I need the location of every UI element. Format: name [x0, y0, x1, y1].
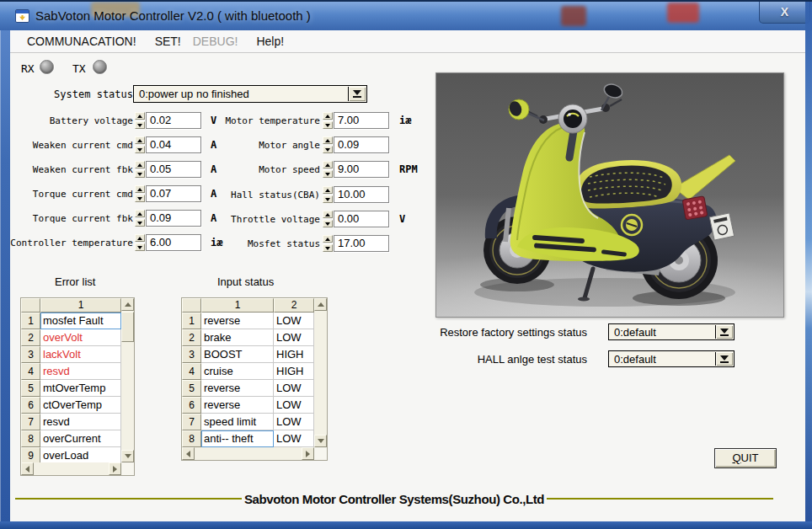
vertical-scrollbar[interactable]	[314, 298, 327, 447]
row-header[interactable]: 3	[182, 346, 201, 363]
table-cell[interactable]: HIGH	[274, 363, 314, 380]
row-header[interactable]: 7	[21, 414, 40, 430]
row-header[interactable]: 5	[21, 380, 40, 397]
table-cell[interactable]: cruise	[201, 363, 274, 380]
table-body: 1reverseLOW 2brakeLOW 3BOOSTHIGH 4cruise…	[182, 313, 314, 447]
row-header[interactable]: 1	[182, 313, 201, 329]
table-cell[interactable]: overVolt	[40, 329, 121, 346]
spin-down-icon[interactable]	[323, 146, 333, 153]
table-cell[interactable]: BOOST	[201, 346, 274, 363]
menu-help[interactable]: Help!	[254, 35, 286, 48]
spin-down-icon[interactable]	[323, 170, 333, 178]
hall-angle-dropdown[interactable]: 0:default	[608, 350, 735, 367]
column-header[interactable]: 1	[201, 298, 274, 313]
table-cell[interactable]: lackVolt	[40, 346, 121, 363]
dropdown-arrow-icon[interactable]	[715, 352, 733, 366]
quit-button[interactable]: QUIT	[714, 448, 777, 468]
row-header[interactable]: 1	[21, 313, 40, 329]
table-cell[interactable]: LOW	[274, 329, 314, 346]
scroll-up-icon[interactable]	[314, 298, 327, 311]
dropdown-arrow-icon[interactable]	[348, 87, 366, 101]
table-body: 1mosfet Fault 2overVolt 3lackVolt 4resvd…	[21, 313, 121, 462]
row-header[interactable]: 7	[182, 414, 201, 430]
scroll-down-icon[interactable]	[314, 435, 327, 447]
scroll-right-icon[interactable]	[302, 447, 314, 460]
table-cell[interactable]: reverse	[201, 397, 274, 414]
spin-up-icon[interactable]	[323, 186, 333, 194]
scrollbar-thumb[interactable]	[121, 312, 134, 342]
restore-factory-dropdown[interactable]: 0:default	[608, 323, 735, 340]
horizontal-scrollbar[interactable]	[21, 462, 121, 475]
field-value-input[interactable]: 10.00	[334, 186, 389, 203]
spin-down-icon[interactable]	[323, 244, 333, 252]
table-cell[interactable]: mosfet Fault	[40, 313, 121, 329]
field-unit: RPM	[399, 163, 418, 175]
table-cell[interactable]: speed limit	[201, 414, 274, 430]
row-header[interactable]: 2	[182, 329, 201, 346]
table-cell[interactable]: resvd	[40, 414, 121, 430]
spin-up-icon[interactable]	[323, 112, 333, 120]
table-cell[interactable]: LOW	[274, 414, 314, 430]
table-cell[interactable]: HIGH	[274, 346, 314, 363]
field-label: Motor angle	[162, 140, 320, 151]
spin-up-icon[interactable]	[323, 136, 333, 144]
spin-up-icon[interactable]	[323, 211, 333, 218]
table-cell[interactable]: reverse	[201, 313, 274, 329]
scroll-down-icon[interactable]	[121, 450, 134, 462]
row-header[interactable]: 6	[21, 397, 40, 414]
field-label: Motor speed	[162, 164, 320, 175]
table-cell[interactable]: ctOverTemp	[40, 397, 121, 414]
row-header[interactable]: 3	[21, 346, 40, 363]
table-cell[interactable]: LOW	[274, 430, 314, 447]
row-header[interactable]: 4	[21, 363, 40, 380]
field-value-input[interactable]: 9.00	[334, 161, 389, 178]
spin-down-icon[interactable]	[323, 121, 333, 129]
column-header[interactable]: 1	[40, 298, 121, 313]
field-value-input[interactable]: 7.00	[334, 112, 389, 129]
dropdown-arrow-icon[interactable]	[715, 325, 733, 339]
field-value-input[interactable]: 0.00	[334, 211, 389, 227]
table-cell[interactable]: mtOverTemp	[40, 380, 121, 397]
title-bar[interactable]: SabVoton Motor Controller V2.0 ( with bl…	[0, 2, 812, 30]
field-value-input[interactable]: 17.00	[334, 235, 389, 252]
close-button[interactable]: X	[759, 2, 810, 24]
table-row: 9overLoad	[21, 447, 121, 462]
row-header[interactable]: 8	[21, 430, 40, 447]
table-cell[interactable]: brake	[201, 329, 274, 346]
row-header[interactable]: 6	[182, 397, 201, 414]
spinner-control	[323, 112, 333, 129]
table-cell[interactable]: overLoad	[40, 447, 121, 462]
vertical-scrollbar[interactable]	[121, 298, 134, 462]
row-header[interactable]: 9	[21, 447, 40, 462]
spin-up-icon[interactable]	[323, 161, 333, 168]
row-header[interactable]: 8	[182, 430, 201, 447]
table-cell[interactable]: LOW	[274, 313, 314, 329]
menu-communication[interactable]: COMMUNACATION!	[25, 35, 138, 48]
table-cell[interactable]: LOW	[274, 397, 314, 414]
table-cell[interactable]: LOW	[274, 380, 314, 397]
table-cell[interactable]: reverse	[201, 380, 274, 397]
column-header[interactable]: 2	[274, 298, 314, 313]
quit-label: Q	[732, 452, 740, 464]
table-corner-cell[interactable]	[182, 298, 201, 313]
table-cell[interactable]: overCurrent	[40, 430, 121, 447]
horizontal-scrollbar[interactable]	[182, 447, 314, 460]
spin-down-icon[interactable]	[323, 220, 333, 227]
spin-down-icon[interactable]	[323, 195, 333, 203]
table-cell[interactable]: anti-- theft	[201, 430, 274, 447]
table-corner-cell[interactable]	[21, 298, 40, 313]
scroll-left-icon[interactable]	[182, 447, 195, 460]
field-value-input[interactable]: 0.09	[334, 136, 389, 153]
row-header[interactable]: 4	[182, 363, 201, 380]
system-status-dropdown[interactable]: 0:power up no finished	[133, 85, 367, 103]
table-cell[interactable]: resvd	[40, 363, 121, 380]
row-header[interactable]: 5	[182, 380, 201, 397]
table-row: 5reverseLOW	[182, 380, 314, 397]
scroll-up-icon[interactable]	[121, 298, 134, 311]
menu-set[interactable]: SET!	[153, 35, 183, 48]
row-header[interactable]: 2	[21, 329, 40, 346]
scroll-right-icon[interactable]	[109, 462, 121, 475]
table-row: 7speed limitLOW	[182, 414, 314, 430]
spin-up-icon[interactable]	[323, 235, 333, 243]
scroll-left-icon[interactable]	[21, 462, 34, 475]
